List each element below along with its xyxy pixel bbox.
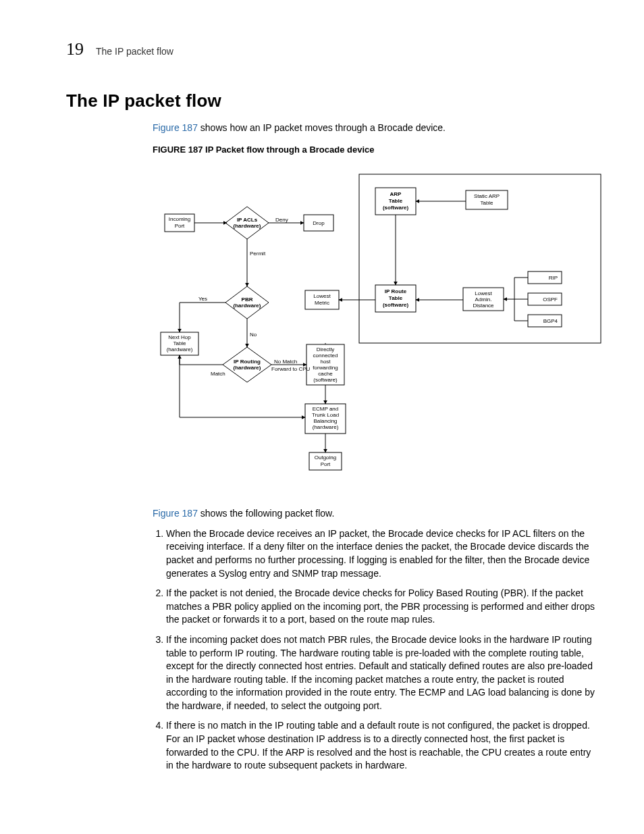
second-tail: shows the following packet flow. [198, 508, 334, 519]
yes-label: Yes [198, 296, 207, 302]
figure-reference-link-2[interactable]: Figure 187 [153, 508, 198, 519]
no-label: No [250, 332, 257, 338]
figure-caption-text: IP Packet flow through a Brocade device [203, 145, 374, 155]
arp-table-label: ARPTable(software) [383, 191, 409, 211]
outgoing-port-label: OutgoingPort [315, 454, 336, 467]
deny-label: Deny [275, 217, 288, 223]
second-paragraph: Figure 187 shows the following packet fl… [153, 507, 603, 521]
figure-caption: FIGURE 187 IP Packet flow through a Broc… [153, 144, 603, 156]
figure-label: FIGURE 187 [153, 145, 203, 155]
lowest-admin-label: LowestAdmin.Distance [473, 290, 494, 309]
pbr-label: PBR(hardware) [234, 296, 261, 309]
incoming-port-label: IncomingPort [169, 216, 190, 229]
chapter-number: 19 [66, 37, 84, 61]
next-hop-label: Next HopTable(hardware) [167, 334, 193, 353]
ip-routing-label: IP Routing(hardware) [234, 359, 261, 371]
page-title: The IP packet flow [66, 88, 603, 113]
list-item: If there is no match in the IP routing t… [166, 719, 603, 772]
permit-label: Permit [250, 251, 266, 257]
no-match-label: No MatchForward to CPU [271, 359, 311, 372]
list-item: If the packet is not denied, the Brocade… [166, 587, 603, 627]
ospf-label: OSPF [543, 296, 558, 303]
list-item: When the Brocade device receives an IP p… [166, 527, 603, 580]
ecmp-label: ECMP andTrunk LoadBalancing(hardware) [312, 406, 339, 430]
figure-reference-link[interactable]: Figure 187 [153, 122, 198, 133]
bgp4-label: BGP4 [543, 318, 558, 324]
page-header: 19 The IP packet flow [66, 37, 603, 61]
rip-label: RIP [549, 275, 558, 281]
ip-acls-label: IP ACLs(hardware) [234, 217, 261, 229]
figure-diagram: IncomingPort IP ACLs(hardware) Deny Drop… [153, 161, 603, 501]
lowest-metric-label: LowestMetric [313, 293, 331, 306]
ip-route-table-label: IP RouteTable(software) [383, 288, 409, 308]
intro-paragraph: Figure 187 shows how an IP packet moves … [153, 122, 603, 135]
static-arp-label: Static ARPTable [474, 193, 500, 206]
header-title: The IP packet flow [96, 45, 173, 59]
intro-tail: shows how an IP packet moves through a B… [198, 122, 446, 133]
dchfc-label: Directlyconnectedhostforwardingcache(sof… [313, 346, 338, 383]
list-item: If the incoming packet does not match PB… [166, 633, 603, 713]
match-label: Match [211, 371, 225, 377]
drop-label: Drop [313, 220, 325, 226]
steps-list: When the Brocade device receives an IP p… [153, 527, 603, 773]
